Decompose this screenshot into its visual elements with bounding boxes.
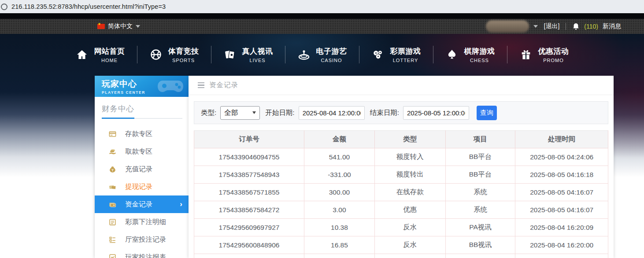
nav-label-zh: 真人视讯 — [242, 46, 273, 56]
deposit-zone-icon — [108, 130, 117, 138]
page-title: 资金记录 — [209, 81, 238, 90]
china-flag-icon — [97, 24, 105, 29]
nav-item[interactable]: 体育竞技 SPORTS — [137, 46, 211, 63]
nav-label-en: PROMO — [543, 58, 564, 63]
start-date-label: 开始日期: — [265, 108, 294, 118]
username-blurred[interactable] — [486, 20, 529, 33]
sidebar-item[interactable]: 取款专区 › — [95, 143, 189, 160]
nav-labels: 棋牌游戏 CHESS — [464, 46, 495, 63]
language-selector[interactable]: 简体中文 — [97, 22, 140, 30]
nav-label-zh: 网站首页 — [94, 46, 125, 56]
nav-item[interactable]: 网站首页 HOME — [63, 46, 137, 63]
sidebar-item[interactable]: 提现记录 › — [95, 178, 189, 195]
chevron-down-icon[interactable] — [533, 25, 538, 28]
section-underline — [102, 118, 182, 119]
table-cell: 1754295609697927 — [194, 219, 304, 236]
gift-icon — [519, 48, 533, 61]
table-cell: 反水 — [374, 219, 445, 236]
table-cell: 3.00 — [304, 201, 375, 219]
table-cell: 1754338577548943 — [194, 166, 304, 184]
hall-bet-record-icon — [108, 236, 117, 244]
type-select[interactable]: 全部 — [220, 106, 260, 120]
chevron-down-icon — [136, 25, 140, 28]
sidebar-item-label: 厅室投注记录 — [125, 235, 166, 244]
nav-item[interactable]: 彩票游戏 LOTTERY — [359, 46, 433, 63]
sidebar-item[interactable]: 充值记录 › — [95, 160, 189, 178]
nav-label-en: LOTTERY — [393, 58, 418, 63]
topbar-right: [退出] (110) 新消息 — [486, 20, 621, 33]
browser-address-bar[interactable]: 216.118.235.52:8783/hhcp/usercenter.html… — [0, 0, 644, 13]
table-cell: 2025-08-05 04:16:07 — [515, 201, 608, 219]
start-date-input[interactable] — [299, 106, 365, 120]
sidebar: 玩家中心 PLAYERS CENTER 财务中心 存款专区 › 取款专区 › 充… — [95, 76, 189, 258]
withdraw-zone-icon — [108, 147, 117, 156]
sidebar-item-label: 充值记录 — [125, 165, 152, 174]
gamepad-icon — [157, 79, 184, 97]
nav-label-en: SPORTS — [172, 58, 195, 63]
table-cell: 系统 — [445, 184, 515, 201]
user-topbar: 简体中文 [退出] (110) 新消息 — [0, 19, 644, 34]
sidebar-item-label: 存款专区 — [125, 129, 152, 139]
withdraw-record-icon — [108, 183, 117, 191]
lottery-detail-icon — [108, 218, 117, 226]
logout-link[interactable]: [退出] — [544, 22, 560, 30]
main-header: 资金记录 — [189, 76, 614, 95]
cards-icon — [223, 48, 237, 61]
site-settings-icon[interactable] — [1, 4, 7, 10]
language-label: 简体中文 — [108, 22, 133, 30]
table-cell: 16.85 — [304, 236, 375, 254]
end-date-input[interactable] — [403, 106, 469, 120]
window-divider — [0, 13, 644, 19]
sidebar-item[interactable]: 彩票下注明细 › — [95, 213, 189, 231]
nav-labels: 体育竞技 SPORTS — [168, 46, 199, 63]
nav-labels: 彩票游戏 LOTTERY — [390, 46, 421, 63]
table-cell: PA视讯 — [445, 219, 515, 236]
table-cell: -331.00 — [304, 166, 375, 184]
main-panel: 资金记录 类型: 全部 开始日期: 结束日期: 查询 订单号金额类型项目处理时间… — [189, 76, 614, 258]
table-cell: BB平台 — [445, 148, 515, 166]
finance-section-label: 财务中心 — [102, 103, 182, 118]
table-cell: 2025-08-04 16:20:00 — [515, 236, 608, 254]
nav-label-en: HOME — [101, 58, 118, 63]
nav-item[interactable]: 真人视讯 LIVES — [211, 46, 285, 63]
filter-bar: 类型: 全部 开始日期: 结束日期: 查询 — [194, 101, 608, 124]
column-header: 处理时间 — [515, 131, 608, 148]
message-count[interactable]: (110) — [584, 23, 598, 30]
bell-icon[interactable] — [572, 22, 580, 30]
list-icon — [198, 82, 204, 88]
table-row-partial — [194, 254, 608, 258]
basketball-icon — [149, 48, 163, 61]
nav-item[interactable]: 电子游艺 CASINO — [285, 46, 359, 63]
chevron-down-icon — [252, 111, 256, 114]
bet-report-icon — [108, 253, 117, 258]
table-cell: 2025-08-05 04:16:07 — [515, 184, 608, 201]
players-center-header: 玩家中心 PLAYERS CENTER — [95, 76, 189, 97]
sidebar-item[interactable]: 玩家投注报表 › — [95, 248, 189, 258]
nav-label-zh: 棋牌游戏 — [464, 46, 495, 56]
table-cell: BB平台 — [445, 166, 515, 184]
table-cell: 1754295600848906 — [194, 236, 304, 254]
table-cell: 1754338567571855 — [194, 184, 304, 201]
sidebar-item[interactable]: 资金记录 › — [95, 195, 189, 213]
new-messages-label[interactable]: 新消息 — [603, 22, 621, 30]
spade-icon — [445, 48, 459, 61]
url-text[interactable]: 216.118.235.52:8783/hhcp/usercenter.html… — [11, 3, 166, 10]
nav-label-zh: 优惠活动 — [538, 46, 569, 56]
table-row: 175429560969792710.38反水PA视讯2025-08-04 16… — [194, 219, 608, 236]
nav-item[interactable]: 优惠活动 PROMO — [507, 46, 581, 63]
search-button[interactable]: 查询 — [477, 106, 497, 120]
column-header: 订单号 — [194, 131, 304, 148]
sidebar-item[interactable]: 厅室投注记录 › — [95, 231, 189, 248]
main-nav: 网站首页 HOME 体育竞技 SPORTS 真人视讯 LIVES 电子游艺 CA… — [0, 34, 644, 75]
sidebar-item[interactable]: 存款专区 › — [95, 125, 189, 143]
nav-label-en: CASINO — [321, 58, 342, 63]
divider — [566, 23, 566, 30]
sidebar-item-label: 彩票下注明细 — [125, 217, 166, 227]
column-header: 金额 — [304, 131, 375, 148]
table-row: 17543385675842723.00优惠系统2025-08-05 04:16… — [194, 201, 608, 219]
nav-item[interactable]: 棋牌游戏 CHESS — [433, 46, 507, 63]
recharge-record-icon — [108, 165, 117, 173]
finance-section: 财务中心 — [95, 97, 189, 119]
nav-label-zh: 体育竞技 — [168, 46, 199, 56]
sidebar-item-label: 玩家投注报表 — [125, 253, 166, 258]
